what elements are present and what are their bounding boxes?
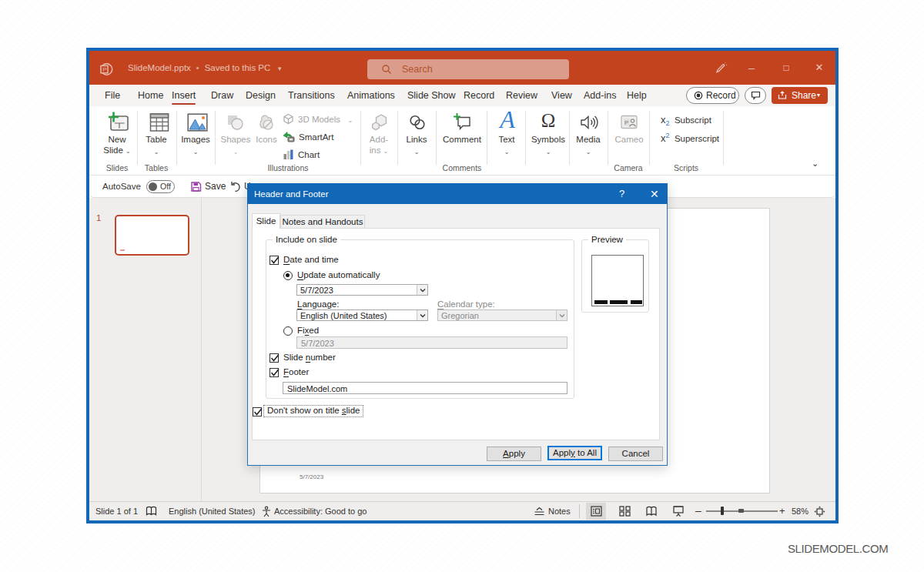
svg-text:P: P xyxy=(102,66,106,73)
svg-text:P: P xyxy=(624,119,628,126)
